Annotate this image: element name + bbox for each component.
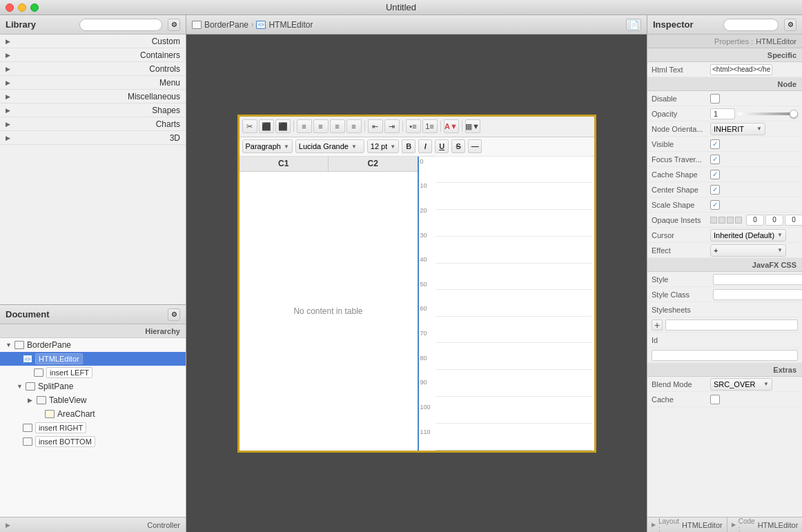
- tree-item-htmleditor[interactable]: <> HTMLEditor: [0, 352, 186, 366]
- document-options-button[interactable]: ⚙: [168, 308, 180, 321]
- library-item-custom[interactable]: ▶ Custom: [0, 35, 186, 48]
- library-options-button[interactable]: ⚙: [168, 19, 180, 31]
- breadcrumb-htmleditor[interactable]: HTMLEditor: [268, 20, 313, 30]
- expand-arrow-icon: ▶: [6, 93, 14, 100]
- document-section: Document ⚙ Hierarchy ▼ BorderPane: [0, 304, 186, 532]
- tree-item-insert-left[interactable]: insert LEFT: [0, 366, 186, 380]
- style-input[interactable]: [713, 274, 802, 285]
- code-footer-item[interactable]: ▶ Code : HTMLEditor: [727, 518, 802, 532]
- blend-mode-value: SRC_OVER ▼: [710, 378, 798, 391]
- disable-checkbox[interactable]: [710, 94, 720, 104]
- cursor-select[interactable]: Inherited (Default) ▼: [710, 229, 786, 242]
- font-select[interactable]: Lucida Grande ▼: [295, 139, 364, 153]
- table-col-c2: C2: [329, 157, 418, 171]
- font-color-button[interactable]: A▼: [444, 119, 459, 133]
- node-orientation-select[interactable]: INHERIT ▼: [710, 123, 765, 135]
- library-search-input[interactable]: [79, 19, 162, 31]
- cursor-value: Inherited (Default) ▼: [710, 229, 798, 242]
- align-right-button[interactable]: ≡: [330, 119, 345, 133]
- paragraph-select[interactable]: Paragraph ▼: [242, 139, 293, 153]
- inset-right-icon: [718, 217, 725, 224]
- maximize-button[interactable]: [30, 3, 39, 12]
- style-class-label: Style Class: [652, 290, 710, 299]
- doc-save-button[interactable]: 📄: [626, 19, 641, 31]
- tree-item-tableview[interactable]: ▶ TableView: [0, 393, 186, 407]
- disable-row: Disable: [647, 91, 802, 106]
- disable-value: [710, 94, 798, 104]
- style-class-input[interactable]: [713, 289, 802, 300]
- scale-shape-checkbox[interactable]: [710, 200, 720, 210]
- size-select[interactable]: 12 pt ▼: [367, 139, 399, 153]
- paste-button[interactable]: ⬛: [275, 119, 291, 133]
- footer-expand-icon: ▶: [6, 522, 14, 529]
- opacity-input[interactable]: [710, 108, 735, 119]
- align-center-button[interactable]: ≡: [313, 119, 329, 133]
- library-item-containers[interactable]: ▶ Containers: [0, 48, 186, 62]
- inspector-search-input[interactable]: [723, 19, 779, 31]
- tree-item-splitpane[interactable]: ▼ SplitPane: [0, 380, 186, 393]
- library-item-label: Miscellaneous: [14, 92, 180, 101]
- id-label: Id: [652, 336, 710, 344]
- grid-line-70: [436, 263, 591, 264]
- table-header: C1 C2: [239, 157, 418, 172]
- inspector-header: Inspector ⚙: [647, 15, 802, 35]
- bullet-list-button[interactable]: •≡: [406, 119, 421, 133]
- insets-input-1[interactable]: [765, 215, 783, 226]
- underline-button[interactable]: U: [435, 139, 449, 153]
- indent-button[interactable]: ⇤: [368, 119, 383, 133]
- cut-button[interactable]: ✂: [242, 119, 257, 133]
- inspector-options-button[interactable]: ⚙: [784, 19, 796, 31]
- cursor-row: Cursor Inherited (Default) ▼: [647, 228, 802, 243]
- library-item-shapes[interactable]: ▶ Shapes: [0, 104, 186, 117]
- opacity-thumb[interactable]: [790, 110, 798, 118]
- strikethrough-button[interactable]: S: [451, 139, 465, 153]
- library-item-charts[interactable]: ▶ Charts: [0, 117, 186, 131]
- tree-item-areachart[interactable]: AreaChart: [0, 407, 186, 421]
- opacity-slider[interactable]: [738, 112, 798, 115]
- insets-input-2[interactable]: [785, 215, 802, 226]
- html-text-input[interactable]: [710, 64, 772, 75]
- close-button[interactable]: [6, 3, 14, 12]
- blend-mode-select[interactable]: SRC_OVER ▼: [710, 378, 772, 391]
- breadcrumb-borderpane[interactable]: BorderPane: [204, 20, 248, 30]
- effect-option: +: [714, 246, 718, 255]
- stylesheet-input[interactable]: [665, 319, 798, 331]
- id-row: [647, 348, 802, 363]
- canvas-area[interactable]: ✂ ⬛ ⬛ ≡ ≡ ≡ ≡ ⇤ ⇥ •≡ 1≡ A▼: [186, 35, 647, 532]
- focus-traversable-row: Focus Traver...: [647, 152, 802, 167]
- copy-button[interactable]: ⬛: [259, 119, 274, 133]
- align-left-button[interactable]: ≡: [297, 119, 312, 133]
- library-item-3d[interactable]: ▶ 3D: [0, 131, 186, 145]
- insets-controls: [710, 215, 802, 226]
- minimize-button[interactable]: [18, 3, 26, 12]
- justify-button[interactable]: ≡: [346, 119, 362, 133]
- layout-footer-item[interactable]: ▶ Layout : HTMLEditor: [647, 518, 727, 532]
- separator: [402, 121, 403, 132]
- cache-shape-checkbox[interactable]: [710, 170, 720, 179]
- italic-button[interactable]: I: [418, 139, 432, 153]
- center-shape-checkbox[interactable]: [710, 185, 720, 195]
- cache-checkbox[interactable]: [710, 395, 720, 404]
- effect-select[interactable]: + ▼: [710, 244, 786, 257]
- bold-button[interactable]: B: [402, 139, 415, 153]
- library-item-menu[interactable]: ▶ Menu: [0, 76, 186, 90]
- size-label: 12 pt: [371, 142, 387, 150]
- num-list-button[interactable]: 1≡: [422, 119, 438, 133]
- add-stylesheet-button[interactable]: +: [652, 319, 663, 331]
- visible-checkbox[interactable]: [710, 139, 720, 149]
- horizontal-rule-button[interactable]: —: [468, 139, 482, 153]
- library-item-label: Charts: [14, 119, 180, 129]
- library-item-miscellaneous[interactable]: ▶ Miscellaneous: [0, 90, 186, 104]
- library-item-controls[interactable]: ▶ Controls: [0, 62, 186, 76]
- cache-label: Cache: [652, 395, 710, 404]
- bg-color-button[interactable]: ▦▼: [465, 119, 480, 133]
- tree-item-insert-bottom[interactable]: insert BOTTOM: [0, 435, 186, 449]
- tree-container: ▼ BorderPane <> HTMLEditor: [0, 338, 186, 517]
- insets-input-0[interactable]: [746, 215, 764, 226]
- focus-traversable-checkbox[interactable]: [710, 155, 720, 164]
- outdent-button[interactable]: ⇥: [384, 119, 400, 133]
- tree-item-borderpane[interactable]: ▼ BorderPane: [0, 338, 186, 352]
- id-input[interactable]: [652, 350, 798, 361]
- left-panel: Library ⚙ ▶ Custom ▶ Containers ▶ Contro…: [0, 15, 186, 532]
- tree-item-insert-right[interactable]: insert RIGHT: [0, 421, 186, 435]
